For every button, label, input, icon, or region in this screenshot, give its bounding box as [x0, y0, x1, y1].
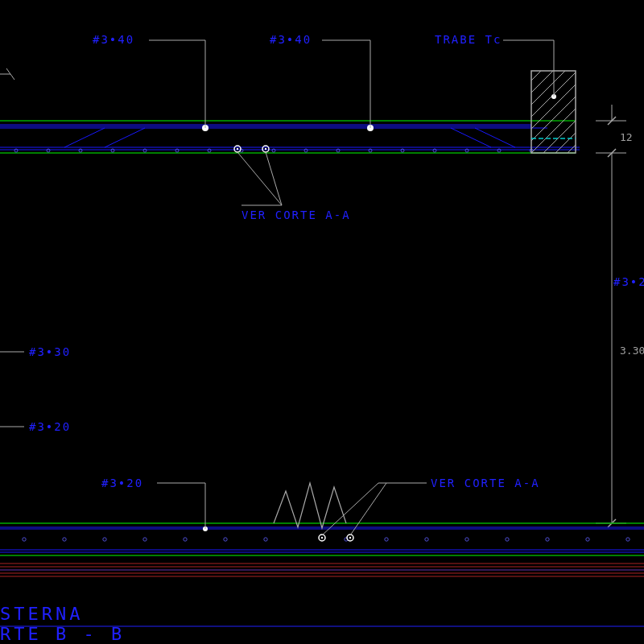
svg-point-56	[143, 538, 147, 541]
bent-bar-3	[451, 128, 491, 147]
label-rebar-3-30: #3•30	[29, 345, 71, 358]
label-rebar-3-20-left: #3•20	[29, 420, 71, 433]
cad-drawing: #3•40 #3•40 TRABE Tc VER CORTE A-A 12 3.…	[0, 0, 644, 644]
svg-point-65	[546, 538, 549, 541]
svg-point-58	[224, 538, 227, 541]
dim-slab-thickness: 12	[620, 131, 633, 143]
svg-point-35	[265, 148, 266, 150]
svg-point-55	[103, 538, 106, 541]
svg-point-53	[23, 538, 26, 541]
svg-point-59	[264, 538, 267, 541]
break-line	[274, 483, 346, 528]
label-ver-corte-lower: VER CORTE A-A	[431, 477, 540, 489]
svg-point-67	[626, 538, 630, 541]
svg-line-22	[531, 97, 576, 141]
dim-height: 3.30	[620, 345, 644, 357]
label-rebar-3-20-bottom: #3•20	[101, 477, 143, 489]
bent-bar-2	[105, 128, 145, 147]
label-rebar-right: #3•2	[613, 275, 644, 288]
title-line1: STERNA	[0, 604, 83, 624]
svg-point-75	[321, 537, 323, 539]
title-line2: RTE B - B	[0, 624, 125, 644]
svg-line-17	[531, 71, 541, 80]
svg-line-24	[543, 121, 576, 153]
svg-point-64	[506, 538, 509, 541]
svg-line-36	[237, 152, 282, 205]
svg-point-62	[425, 538, 428, 541]
bent-bar-1	[64, 128, 105, 147]
label-rebar-top-left: #3•40	[93, 33, 134, 46]
stirrup-circles-bottom	[23, 538, 630, 541]
label-rebar-top-right: #3•40	[270, 33, 312, 46]
svg-point-76	[349, 537, 351, 539]
svg-point-54	[63, 538, 66, 541]
label-ver-corte-upper: VER CORTE A-A	[242, 208, 351, 221]
svg-point-57	[184, 538, 187, 541]
svg-line-37	[266, 152, 282, 205]
svg-point-34	[237, 148, 238, 150]
svg-line-18	[531, 71, 553, 93]
svg-line-26	[568, 145, 576, 153]
svg-point-63	[465, 538, 469, 541]
svg-line-23	[531, 109, 576, 153]
bent-bar-4	[475, 128, 515, 147]
label-trabe: TRABE Tc	[435, 33, 502, 46]
svg-point-61	[385, 538, 388, 541]
svg-point-66	[586, 538, 589, 541]
